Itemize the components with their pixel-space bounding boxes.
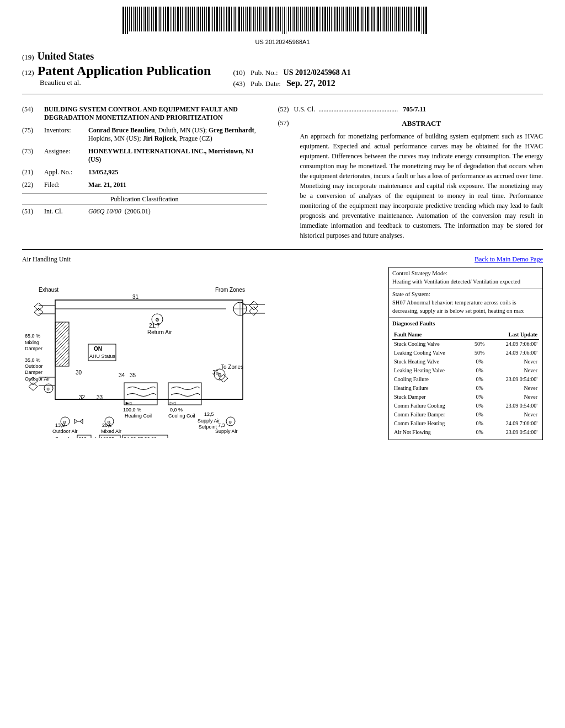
fault-pct: 0% [470, 428, 489, 437]
svg-rect-66 [257, 7, 258, 31]
inventors-value: Conrad Bruce Beaulieu, Duluth, MN (US); … [88, 126, 267, 143]
assignee-value: HONEYWELL INTERNATIONAL INC., Morristown… [88, 147, 267, 164]
svg-rect-132 [392, 7, 393, 31]
fault-pct: 50% [470, 349, 489, 357]
svg-rect-39 [202, 7, 203, 31]
svg-rect-97 [321, 7, 321, 31]
fault-pct-header [470, 330, 489, 340]
svg-text:34: 34 [119, 372, 125, 378]
svg-rect-100 [327, 7, 328, 31]
svg-rect-52 [228, 7, 230, 31]
state-system-section: State of System: SH07 Abnormal behavior:… [389, 288, 542, 318]
svg-rect-80 [286, 7, 286, 34]
pub-date-value: Sep. 27, 2012 [286, 78, 335, 88]
svg-rect-43 [211, 7, 211, 31]
svg-text:Return Air: Return Air [147, 329, 172, 335]
svg-rect-34 [192, 7, 193, 31]
info-panel: Control Strategy Mode: Heating with Vent… [388, 267, 543, 440]
fault-name: Stuck Heating Valve [392, 357, 470, 366]
svg-text:35,0 %: 35,0 % [25, 357, 40, 363]
svg-text:Damper: Damper [25, 370, 42, 375]
fault-name: Comm Failure Cooling [392, 402, 470, 410]
svg-rect-48 [221, 7, 222, 31]
fault-pct: 0% [470, 393, 489, 402]
fault-row: Stuck Damper 0% Never [392, 393, 539, 402]
svg-rect-135 [398, 7, 399, 31]
svg-rect-54 [233, 7, 233, 31]
back-link[interactable]: Back to Main Demo Page [475, 255, 543, 264]
control-strategy-section: Control Strategy Mode: Heating with Vent… [389, 267, 542, 288]
svg-text:Sample: Sample [55, 436, 72, 438]
filed-section: (22) Filed: Mar. 21, 2011 [22, 181, 267, 189]
svg-rect-38 [200, 7, 201, 31]
svg-text:Supply Air: Supply Air [215, 429, 238, 434]
state-value: SH07 Abnormal behavior: temperature acro… [392, 299, 539, 315]
svg-rect-59 [243, 7, 244, 31]
svg-rect-24 [172, 7, 172, 31]
fault-table: Fault Name Last Update Stuck Cooling Val… [392, 330, 539, 437]
svg-text:⚙: ⚙ [63, 420, 66, 424]
svg-rect-17 [158, 7, 158, 31]
inventors-section: (75) Inventors: Conrad Bruce Beaulieu, D… [22, 126, 267, 143]
fault-date: 24.09 7:06:00' [489, 349, 539, 357]
fault-row: Comm Failure Damper 0% Never [392, 410, 539, 419]
fault-name: Air Not Flowing [392, 428, 470, 437]
svg-text:Mixed Air: Mixed Air [101, 429, 121, 434]
svg-rect-122 [371, 7, 372, 31]
svg-rect-82 [290, 7, 291, 31]
assignee-section: (73) Assignee: HONEYWELL INTERNATIONAL I… [22, 147, 267, 164]
type-num: (12) [22, 68, 34, 77]
fault-name: Leaking Heating Valve [392, 366, 470, 375]
svg-rect-56 [237, 7, 237, 31]
svg-rect-67 [259, 7, 260, 31]
svg-rect-118 [364, 7, 364, 31]
svg-rect-31 [185, 7, 186, 31]
fault-date: Never [489, 366, 539, 375]
abstract-title: ABSTRACT [300, 119, 543, 128]
svg-rect-144 [416, 7, 417, 31]
svg-rect-72 [269, 7, 271, 31]
svg-rect-104 [334, 7, 335, 31]
svg-rect-15 [153, 7, 154, 31]
filed-label: Filed: [44, 181, 88, 189]
filed-value: Mar. 21, 2011 [88, 181, 267, 189]
fault-col1-header: Fault Name [392, 330, 470, 340]
fault-pct: 50% [470, 340, 489, 349]
svg-rect-16 [155, 7, 157, 31]
svg-rect-109 [345, 7, 345, 31]
svg-text:Mixing: Mixing [25, 340, 39, 345]
fault-date: 24.09 7:06:00' [489, 419, 539, 428]
svg-rect-134 [396, 7, 397, 31]
svg-text:65,0 %: 65,0 % [25, 333, 40, 339]
svg-text:100,0 %: 100,0 % [123, 407, 141, 413]
fault-pct: 0% [470, 375, 489, 384]
fault-name: Comm Failure Heating [392, 419, 470, 428]
fault-pct: 0% [470, 419, 489, 428]
svg-text:30: 30 [76, 370, 82, 376]
svg-rect-127 [382, 7, 382, 31]
svg-rect-129 [386, 7, 387, 31]
fault-row: Leaking Heating Valve 0% Never [392, 366, 539, 375]
right-column: (52) U.S. Cl. ..........................… [278, 105, 543, 240]
svg-rect-69 [263, 7, 264, 31]
svg-text:Damper: Damper [25, 346, 42, 351]
svg-text:Outdoor: Outdoor [25, 363, 43, 369]
pub-date-label: Pub. Date: [250, 79, 281, 88]
abstract-text: An approach for monetizing performance o… [300, 131, 543, 240]
state-label: State of System: [392, 291, 539, 299]
svg-text:ON: ON [94, 346, 102, 352]
svg-rect-145 [418, 7, 420, 31]
us-cl-label: U.S. Cl. [294, 105, 316, 113]
svg-rect-33 [190, 7, 191, 31]
header-divider [22, 94, 543, 94]
svg-rect-168 [55, 322, 69, 366]
title-section: (54) BUILDING SYSTEM CONTROL AND EQUIPME… [22, 105, 267, 122]
ahu-label: Air Handling Unit [22, 255, 71, 264]
svg-rect-81 [288, 7, 289, 31]
svg-rect-28 [180, 7, 181, 31]
svg-marker-155 [249, 301, 258, 310]
svg-rect-78 [282, 7, 283, 34]
diagram-header: Air Handling Unit Back to Main Demo Page [22, 255, 543, 264]
svg-marker-156 [249, 307, 258, 315]
svg-rect-107 [341, 7, 342, 31]
